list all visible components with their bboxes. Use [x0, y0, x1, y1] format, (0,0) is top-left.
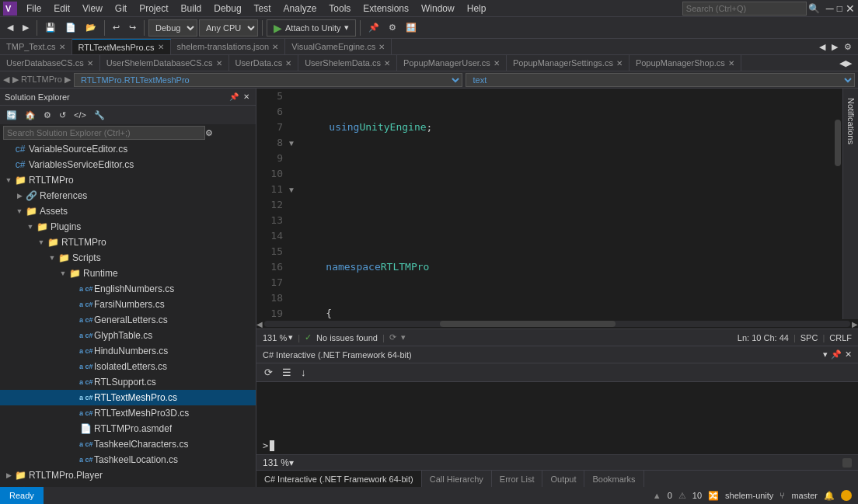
- tree-item-general-letters[interactable]: a c# GeneralLetters.cs: [0, 312, 256, 328]
- menu-project[interactable]: Project: [133, 2, 174, 16]
- maximize-btn[interactable]: □: [837, 3, 842, 14]
- tree-item-plugins[interactable]: ▼ 📁 Plugins: [0, 219, 256, 235]
- v-scroll-thumb[interactable]: [835, 120, 841, 166]
- tree-item-english-numbers[interactable]: a c# EnglishNumbers.cs: [0, 281, 256, 297]
- reset-btn[interactable]: ⟳: [261, 366, 276, 380]
- se-close-btn[interactable]: ✕: [242, 92, 251, 101]
- down-btn[interactable]: ↓: [298, 366, 309, 380]
- tree-item-variable-source[interactable]: c# VariableSourceEditor.cs: [0, 141, 256, 157]
- debug-config-dropdown[interactable]: Debug: [148, 19, 197, 36]
- h-scroll-thumb[interactable]: [440, 321, 616, 327]
- menu-window[interactable]: Window: [415, 2, 461, 16]
- tab-close[interactable]: ✕: [384, 59, 390, 68]
- forward-btn[interactable]: ▶: [19, 19, 33, 36]
- bottom-v-scroll[interactable]: [842, 458, 852, 468]
- tree-item-runtime[interactable]: ▼ 📁 Runtime: [0, 266, 256, 281]
- cpu-dropdown[interactable]: Any CPU: [199, 19, 258, 36]
- tab-scroll-right[interactable]: ▶: [828, 40, 841, 54]
- menu-view[interactable]: View: [76, 2, 109, 16]
- save-btn[interactable]: 💾: [41, 19, 60, 36]
- menu-test[interactable]: Test: [248, 2, 277, 16]
- redo-btn[interactable]: ↪: [125, 19, 140, 36]
- tab-shelem-translations[interactable]: shelem-translations.json ✕: [171, 39, 286, 55]
- tab-close[interactable]: ✕: [216, 59, 222, 68]
- tree-item-glyph-table[interactable]: a c# GlyphTable.cs: [0, 328, 256, 343]
- se-pin-btn[interactable]: 📌: [228, 92, 240, 101]
- tree-item-rtl-support[interactable]: a c# RTLSupport.cs: [0, 374, 256, 390]
- tree-item-tashkeel-location[interactable]: a c# TashkeelLocation.cs: [0, 452, 256, 468]
- menu-build[interactable]: Build: [175, 2, 208, 16]
- notification-bell-icon[interactable]: 🔔: [824, 491, 835, 501]
- bottom-zoom-dropdown[interactable]: ▾: [289, 457, 294, 468]
- back-btn[interactable]: ◀: [3, 19, 17, 36]
- open-btn[interactable]: 📂: [82, 19, 100, 36]
- tab-close[interactable]: ✕: [59, 43, 65, 51]
- tab-settings-btn[interactable]: ⚙: [841, 40, 855, 54]
- se-home-btn[interactable]: 🏠: [22, 108, 39, 122]
- tree-item-rtltmpro-asmdef[interactable]: 📄 RTLTMPro.asmdef: [0, 421, 256, 436]
- nav-class-dropdown[interactable]: RTLTMPro.RTLTextMeshPro: [74, 73, 463, 87]
- menu-analyze[interactable]: Analyze: [277, 2, 323, 16]
- h-scrollbar[interactable]: ◀ ▶: [256, 319, 858, 328]
- tab-visual-game-engine[interactable]: VisualGameEngine.cs ✕: [285, 39, 392, 55]
- tab-error-list[interactable]: Error List: [492, 471, 543, 488]
- tab-tmp-text[interactable]: TMP_Text.cs ✕: [0, 39, 72, 55]
- h-scroll-left-btn[interactable]: ◀: [256, 320, 263, 328]
- zoom-dropdown-icon[interactable]: ▾: [288, 332, 293, 342]
- attach-to-unity-btn[interactable]: ▶ Attach to Unity ▾: [267, 19, 356, 36]
- menu-help[interactable]: Help: [461, 2, 493, 16]
- tab2-scroll-btn[interactable]: ◀▶: [836, 56, 855, 70]
- tree-item-isolated-letters[interactable]: a c# IsolatedLetters.cs: [0, 359, 256, 374]
- tree-item-hindu-numbers[interactable]: a c# HinduNumbers.cs: [0, 343, 256, 359]
- se-search-input[interactable]: [3, 126, 205, 140]
- tab-scroll-left[interactable]: ◀: [816, 40, 828, 54]
- tree-item-rtltmppro-root[interactable]: ▼ 📁 RTLTMPro: [0, 172, 256, 188]
- zoom-control[interactable]: 131 % ▾: [263, 332, 293, 342]
- tab-popup-manager-user[interactable]: PopupManagerUser.cs ✕: [397, 55, 507, 71]
- tree-item-scripts[interactable]: ▼ 📁 Scripts: [0, 250, 256, 266]
- code-editor[interactable]: 5 6 7 8 9 10 11 12 13 14 15 16 17 18 19: [256, 89, 858, 319]
- layout-btn[interactable]: 🪟: [402, 19, 420, 36]
- tab-user-database[interactable]: UserDatabaseCS.cs ✕: [0, 55, 100, 71]
- history-btn[interactable]: ☰: [279, 366, 295, 380]
- tree-item-rtl-textmeshpro[interactable]: a c# RTLTextMeshPro.cs: [0, 390, 256, 405]
- bottom-panel-pin-btn[interactable]: 📌: [831, 349, 842, 360]
- tab-call-hierarchy[interactable]: Call Hierarchy: [422, 471, 492, 488]
- tab-user-data[interactable]: UserData.cs ✕: [229, 55, 299, 71]
- menu-extensions[interactable]: Extensions: [357, 2, 415, 16]
- se-wrench-btn[interactable]: 🔧: [91, 108, 108, 122]
- tree-item-references1[interactable]: ▶ 🔗 References: [0, 188, 256, 203]
- tab-popup-manager-shop[interactable]: PopupManagerShop.cs ✕: [630, 55, 741, 71]
- se-refresh-btn[interactable]: ↺: [56, 108, 69, 122]
- notifications-label[interactable]: Notifications: [845, 92, 857, 151]
- minimize-btn[interactable]: ─: [826, 2, 834, 15]
- tab-close[interactable]: ✕: [616, 59, 623, 68]
- tab-close[interactable]: ✕: [494, 59, 500, 68]
- tab-bookmarks[interactable]: Bookmarks: [584, 471, 644, 488]
- tab-user-shelem-database[interactable]: UserShelemDatabaseCS.cs ✕: [100, 55, 229, 71]
- tab-close[interactable]: ✕: [158, 43, 164, 51]
- tab-close[interactable]: ✕: [285, 59, 291, 68]
- tree-item-rtltmpro-player[interactable]: ▶ 📁 RTLTMPro.Player: [0, 468, 256, 483]
- settings-btn[interactable]: ⚙: [385, 19, 400, 36]
- se-sync-btn[interactable]: 🔄: [3, 108, 20, 122]
- tree-item-variables-service[interactable]: c# VariablesServiceEditor.cs: [0, 157, 256, 172]
- search-input[interactable]: [682, 2, 807, 16]
- close-btn[interactable]: ✕: [846, 2, 855, 15]
- tree-item-rtl-textmeshpro3d[interactable]: a c# RTLTextMeshPro3D.cs: [0, 405, 256, 421]
- tab-close[interactable]: ✕: [87, 59, 93, 68]
- tab-popup-manager-settings[interactable]: PopupManagerSettings.cs ✕: [507, 55, 630, 71]
- tab-output[interactable]: Output: [542, 471, 584, 488]
- pin-btn[interactable]: 📌: [364, 19, 383, 36]
- tab-rtl-textmeshpro[interactable]: RTLTextMeshPro.cs ✕: [72, 39, 171, 55]
- menu-tools[interactable]: Tools: [323, 2, 357, 16]
- sync-dropdown[interactable]: ▾: [401, 332, 406, 342]
- tree-item-farsi-numbers[interactable]: a c# FarsiNumbers.cs: [0, 297, 256, 312]
- h-scroll-right-btn[interactable]: ▶: [852, 320, 858, 328]
- tree-item-tashkeel-chars[interactable]: a c# TashkeelCharacters.cs: [0, 436, 256, 452]
- menu-debug[interactable]: Debug: [208, 2, 247, 16]
- v-scrollbar[interactable]: [833, 89, 842, 319]
- tab-close[interactable]: ✕: [272, 43, 278, 51]
- se-search-btn[interactable]: ⚙: [205, 128, 213, 138]
- tab-close[interactable]: ✕: [378, 43, 385, 51]
